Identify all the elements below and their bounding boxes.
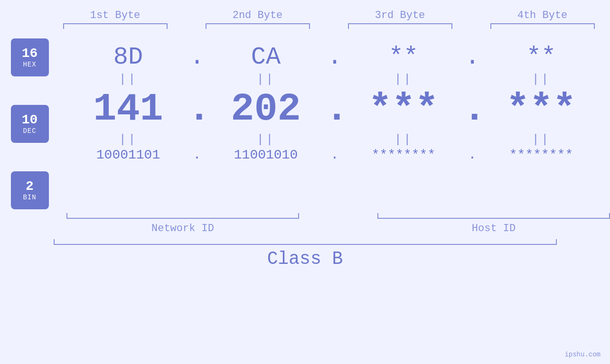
bin-dot-1: . [188,148,206,162]
equals-row-1: || || || || [59,71,610,87]
host-id-label: Host ID [472,223,516,234]
bin-cell-2: 11001010 [206,148,325,162]
top-brackets [44,23,610,29]
hex-cell-4: ** [482,43,601,71]
dec-value-1: 141 [93,87,163,131]
bin-cell-1: 10001101 [69,148,188,162]
bin-value-4: ******** [509,148,573,162]
eq-cell-7: || [344,132,463,147]
hex-dot-2: . [325,43,344,71]
dec-badge-label: DEC [23,127,36,135]
byte3-top-bracket [348,23,452,29]
bin-value-1: 10001101 [96,148,160,162]
equals-row-2: || || || || [59,131,610,148]
eq-cell-1: || [69,72,188,86]
byte3-header: 3rd Byte [341,9,460,21]
hex-dot-3: . [463,43,482,71]
dec-badge-num: 10 [22,113,38,128]
class-bracket [54,239,557,245]
hex-badge: 16 HEX [11,38,49,76]
dec-dot-3: . [463,87,482,131]
hex-row: 8D . CA . ** . ** [59,43,610,71]
bin-badge-label: BIN [23,194,36,201]
bin-badge: 2 BIN [11,171,49,209]
byte4-header: 4th Byte [483,9,602,21]
eq-sign-3: || [394,72,413,86]
byte2-top-bracket [206,23,310,29]
hex-badge-label: HEX [23,61,36,68]
network-id-section: Network ID [66,213,299,234]
dec-cell-2: 202 [206,87,325,131]
bin-cell-3: ******** [344,148,463,162]
bin-badge-num: 2 [26,179,34,194]
hex-cell-1: 8D [69,43,188,71]
watermark-text: ipshu.com [564,351,601,358]
eq-cell-5: || [69,132,188,147]
bin-row: 10001101 . 11001010 . ******** . *******… [59,148,610,162]
eq-sign-6: || [256,132,275,147]
dec-dot-1: . [188,87,206,131]
hex-value-4: ** [526,43,556,71]
eq-cell-6: || [206,132,325,147]
class-label: Class B [267,249,343,269]
hex-badge-num: 16 [22,47,38,61]
eq-cell-2: || [206,72,325,86]
class-section: Class B [54,239,557,269]
dec-badge: 10 DEC [11,105,49,143]
rows-and-badges: 16 HEX 10 DEC 2 BIN 8D . CA [0,38,610,209]
all-data-rows: 8D . CA . ** . ** || [59,38,610,209]
dec-value-2: 202 [231,87,301,131]
dec-value-4: *** [506,87,576,131]
eq-cell-3: || [344,72,463,86]
dec-value-3: *** [368,87,439,131]
hex-value-2: CA [251,43,281,71]
dec-row: 141 . 202 . *** . *** [59,87,610,131]
bin-value-2: 11001010 [234,148,298,162]
bin-value-3: ******** [372,148,435,162]
hex-cell-2: CA [206,43,325,71]
hex-dot-1: . [188,43,206,71]
dec-dot-2: . [325,87,344,131]
bin-dot-2: . [325,148,344,162]
hex-value-1: 8D [113,43,143,71]
eq-sign-2: || [256,72,275,86]
host-bracket [377,213,610,219]
watermark: ipshu.com [564,351,601,358]
eq-sign-1: || [119,72,137,86]
eq-sign-8: || [532,132,550,147]
main-container: 1st Byte 2nd Byte 3rd Byte 4th Byte 16 H… [0,0,610,364]
eq-cell-8: || [482,132,601,147]
host-id-section: Host ID [377,213,610,234]
byte-headers-row: 1st Byte 2nd Byte 3rd Byte 4th Byte [44,9,610,21]
hex-cell-3: ** [344,43,463,71]
byte4-top-bracket [490,23,595,29]
byte2-header: 2nd Byte [198,9,317,21]
eq-cell-4: || [482,72,601,86]
network-bracket [66,213,299,219]
byte1-header: 1st Byte [56,9,175,21]
dec-cell-1: 141 [69,87,188,131]
badges-column: 16 HEX 10 DEC 2 BIN [0,38,59,209]
dec-cell-3: *** [344,87,463,131]
eq-sign-5: || [119,132,137,147]
bottom-id-section: Network ID Host ID [66,213,610,234]
bin-cell-4: ******** [482,148,601,162]
network-id-label: Network ID [151,223,214,234]
hex-value-3: ** [389,43,418,71]
dec-cell-4: *** [482,87,601,131]
bin-dot-3: . [463,148,482,162]
eq-sign-4: || [532,72,550,86]
byte1-top-bracket [63,23,168,29]
eq-sign-7: || [394,132,413,147]
